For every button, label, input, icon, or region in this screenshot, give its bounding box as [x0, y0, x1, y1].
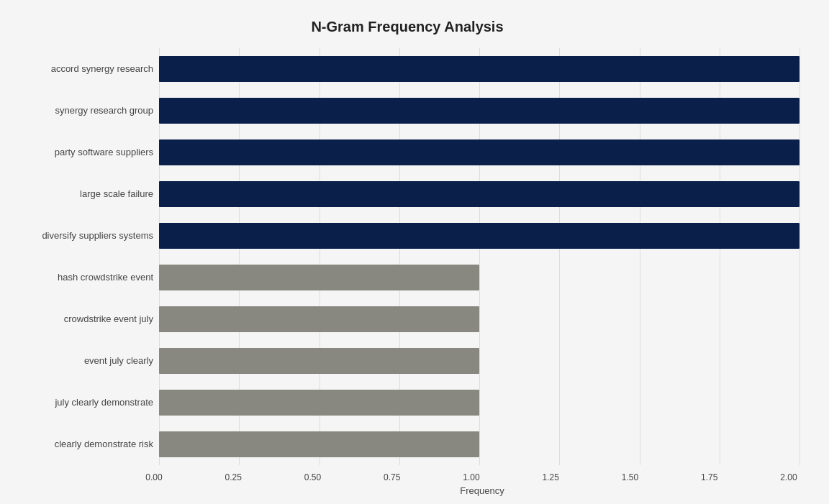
bar-row [159, 426, 799, 463]
y-label: synergy research group [55, 92, 153, 129]
bar [159, 98, 799, 124]
y-label: crowdstrike event july [64, 301, 153, 338]
x-tick-label: 2.00 [767, 472, 810, 482]
chart-container: N-Gram Frequency Analysis accord synergy… [8, 4, 821, 500]
bar [159, 139, 799, 165]
bar-row [159, 384, 799, 421]
x-tick-label: 1.00 [450, 472, 493, 482]
bar-row [159, 217, 799, 255]
bar [159, 306, 479, 332]
bar [159, 348, 479, 374]
y-label: party software suppliers [55, 134, 153, 171]
y-label: hash crowdstrike event [58, 259, 153, 296]
x-tick-label: 0.25 [212, 472, 255, 482]
bar [159, 431, 479, 457]
bar-row [159, 342, 799, 380]
chart-title: N-Gram Frequency Analysis [15, 19, 799, 35]
bottom-section: 0.000.250.500.751.001.251.501.752.00 Fre… [15, 468, 799, 496]
bar-row [159, 175, 799, 213]
bar [159, 181, 799, 207]
bar-row [159, 301, 799, 338]
bar-row [159, 92, 799, 129]
bar [159, 390, 479, 416]
bar [159, 265, 479, 290]
bar-row [159, 259, 799, 296]
x-tick-label: 1.75 [688, 472, 731, 482]
x-tick-label: 0.50 [291, 472, 335, 482]
bar [159, 223, 799, 249]
y-label: event july clearly [84, 342, 153, 380]
y-label: large scale failure [80, 175, 153, 213]
grid-line [799, 48, 800, 465]
x-axis-labels: 0.000.250.500.751.001.251.501.752.00 [165, 468, 799, 482]
bar-row [159, 134, 799, 171]
bar [159, 56, 799, 82]
y-axis: accord synergy researchsynergy research … [15, 48, 159, 465]
x-tick-label: 1.25 [529, 472, 572, 482]
x-axis-title: Frequency [165, 485, 799, 496]
y-label: accord synergy research [51, 50, 153, 88]
x-tick-label: 0.00 [132, 472, 176, 482]
bars-section [159, 48, 799, 465]
bar-row [159, 50, 799, 88]
chart-area: accord synergy researchsynergy research … [15, 48, 799, 465]
x-tick-label: 1.50 [609, 472, 652, 482]
y-label: diversify suppliers systems [42, 217, 153, 255]
y-label: july clearly demonstrate [55, 384, 153, 421]
y-label: clearly demonstrate risk [55, 426, 153, 463]
x-tick-label: 0.75 [371, 472, 414, 482]
